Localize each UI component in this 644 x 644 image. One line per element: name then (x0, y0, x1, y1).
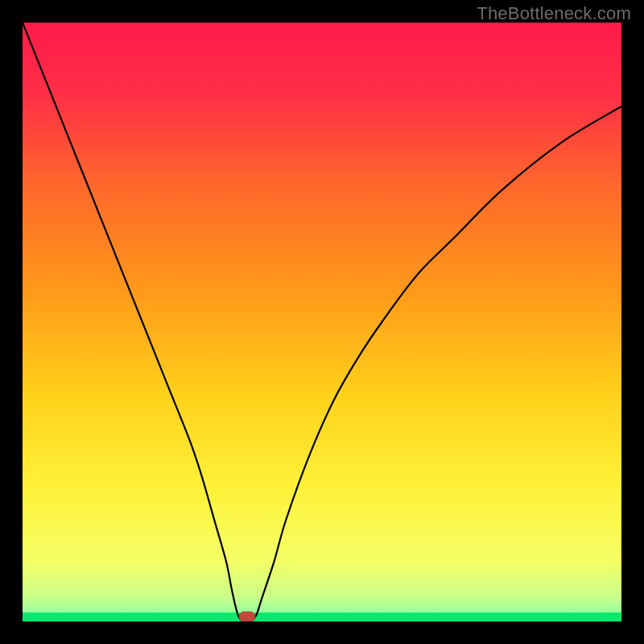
chart-svg (23, 23, 621, 621)
plot-area (23, 23, 621, 621)
chart-frame: TheBottleneck.com (0, 0, 644, 644)
optimal-marker (239, 612, 255, 621)
heat-gradient-background (23, 23, 621, 621)
watermark-text: TheBottleneck.com (477, 3, 631, 24)
green-band (23, 613, 621, 621)
